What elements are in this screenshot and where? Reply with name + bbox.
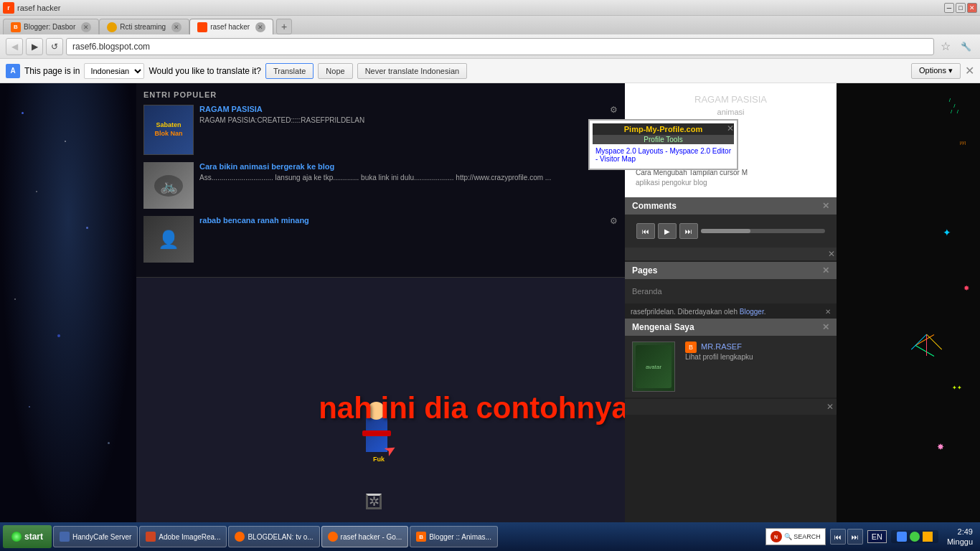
tab-favicon-rcti [107,22,117,32]
left-decoration [0,83,136,538]
entry-title-1[interactable]: RAGAM PASISIA [199,105,604,113]
tab-close-rcti[interactable]: ✕ [171,22,182,32]
tab-favicon-rasef [197,22,207,32]
wrench-button[interactable]: 🔧 [957,38,974,55]
options-button[interactable]: Options ▾ [911,63,961,79]
clock: 2:49 Minggu [943,527,977,547]
comments-gear-icon[interactable]: ✕ [822,201,829,211]
tabs-bar: B Blogger: Dasbor ✕ Rcti streaming ✕ ras… [0,16,980,34]
minimize-button[interactable]: ─ [944,3,954,13]
tab-close-rasef[interactable]: ✕ [255,22,265,32]
taskbar-rasef[interactable]: rasef hacker - Go... [321,526,409,547]
entry-item-2: 🚲 Cara bikin animasi bergerak ke blog As… [143,162,618,209]
about-section: Mengenai Saya ✕ avatar B MR.RASEF Lihat … [625,319,837,397]
close-button[interactable]: ✕ [967,3,977,13]
entry-item-1: SabatenBlok Nan RAGAM PASISIA RAGAM PASI… [143,105,618,155]
user-info: B MR.RASEF Lihat profil lengkapku [679,342,753,361]
entry-gear-1[interactable]: ⚙ [610,105,618,115]
taskbar-handycafe[interactable]: HandyCafe Server [53,526,138,547]
play-button[interactable]: ▶ [658,223,677,239]
about-gear-icon[interactable]: ✕ [822,322,829,332]
blogger-link[interactable]: Blogger [740,308,764,316]
translate-bar-close[interactable]: ✕ [965,64,974,77]
sidebar-bottom-bar: ✕ [625,399,837,415]
blogger-anim-label: Blogger :: Animas... [429,533,491,541]
reload-button[interactable]: ↺ [46,38,63,55]
adobe-label: Adobe ImageRea... [159,533,220,541]
media-next[interactable]: ⏭ [847,529,863,545]
taskbar-right: N 🔍 SEARCH ⏮ ⏭ EN 2:49 Minggu [765,527,977,547]
never-translate-button[interactable]: Never translate Indonesian [357,63,467,79]
user-profile-link[interactable]: Lihat profil lengkapku [685,353,753,361]
man-thumb-icon: 👤 [158,230,179,250]
tray-icon-1[interactable] [897,532,907,542]
tab-label-rasef: rasef hacker [210,23,250,31]
user-avatar: avatar [632,342,675,392]
user-name-text[interactable]: MR.RASEF [701,342,742,351]
blogger-anim-icon: B [416,532,426,542]
tab-label-rcti: Rcti streaming [120,23,166,31]
sparkle-5: ✦✦ [952,385,962,391]
nero-search[interactable]: N 🔍 SEARCH [765,528,826,545]
overlay-big-text: nah ini dia contohnya [319,391,625,425]
start-button[interactable]: start [3,525,52,548]
tab-rcti[interactable]: Rcti streaming ✕ [99,19,189,34]
next-button[interactable]: ⏭ [679,223,698,239]
animasi-label: animasi [636,108,826,116]
comments-close-btn[interactable]: ✕ [826,248,837,260]
window-controls: ─ □ ✕ [944,3,977,13]
pages-gear-icon[interactable]: ✕ [822,265,829,276]
entry-title-3[interactable]: rabab bencana ranah minang [199,216,604,225]
tab-favicon-blogger: B [11,22,21,32]
ragam-sidebar-title: RAGAM PASISIA [636,94,826,105]
sidebar-bottom-gear[interactable]: ✕ [826,402,834,412]
tab-close-blogger[interactable]: ✕ [81,22,91,32]
aplikasi-text[interactable]: aplikasi pengokur blog [636,179,826,187]
new-tab-button[interactable]: + [276,19,292,34]
language-indicator[interactable]: EN [867,530,887,543]
progress-fill [701,229,750,233]
entry-text-rabab: rabab bencana ranah minang [199,216,604,227]
pimp-close-button[interactable]: ✕ [727,123,734,133]
taskbar-blogger-anim[interactable]: B Blogger :: Animas... [410,526,498,547]
blogdelan-icon [235,532,245,542]
pimp-links: Myspace 2.0 Layouts - Myspace 2.0 Editor… [593,144,734,166]
comments-header: Comments ✕ [625,197,837,215]
entry-gear-3[interactable]: ⚙ [610,216,618,226]
translate-button[interactable]: Translate [265,63,314,79]
pimp-link-2[interactable]: - Visitor Map [595,155,731,163]
language-select[interactable]: Indonesian [84,63,144,79]
translate-message: This page is in [24,66,80,76]
maximize-button[interactable]: □ [956,3,966,13]
media-prev[interactable]: ⏮ [830,529,846,545]
address-bar[interactable]: rasef6.blogspot.com [66,38,934,55]
adobe-icon [146,532,156,542]
handycafe-icon [60,532,70,542]
pimp-link-1[interactable]: Myspace 2.0 Layouts - Myspace 2.0 Editor [595,147,731,155]
superman-text: Fuk [373,456,385,463]
pimp-tools-label: Profile Tools [593,135,734,144]
beranda-link[interactable]: Beranda [632,285,829,298]
section-title: ENTRI POPULER [143,90,618,99]
progress-bar[interactable] [701,229,825,233]
taskbar-adobe[interactable]: Adobe ImageRea... [139,526,227,547]
back-button[interactable]: ◀ [6,38,23,55]
tab-blogger[interactable]: B Blogger: Dasbor ✕ [3,19,99,34]
overlay-area: nah ini dia contohnya ➤ Fuk ✲ [136,278,625,538]
bookmark-button[interactable]: ☆ [937,38,954,55]
translate-bar: A This page is in Indonesian Would you l… [0,59,980,83]
media-controls: ⏮ ⏭ [830,529,863,545]
tab-rasef[interactable]: rasef hacker ✕ [189,19,273,34]
close-footer[interactable]: ✕ [825,308,831,316]
taskbar-blogdelan[interactable]: BLOGDELAN: tv o... [228,526,319,547]
prev-button[interactable]: ⏮ [636,223,655,239]
tray-icon-2[interactable] [910,532,920,542]
tray-icon-3[interactable] [923,532,933,542]
nope-button[interactable]: Nope [318,63,352,79]
media-player: ⏮ ▶ ⏭ [632,220,829,242]
right-decoration: / / / / |/|/| ✦ ✸ ✦✦ ✸ [837,83,980,538]
rasef-label: rasef hacker - Go... [341,533,402,541]
entry-title-2[interactable]: Cara bikin animasi bergerak ke blog [199,162,618,171]
bike-thumb-icon: 🚲 [154,175,183,197]
forward-button[interactable]: ▶ [26,38,43,55]
